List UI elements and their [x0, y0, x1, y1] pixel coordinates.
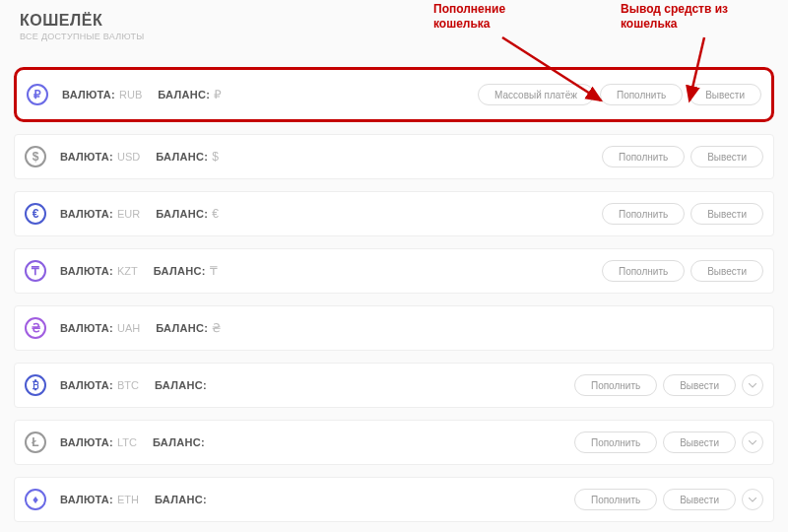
balance-label: БАЛАНС:	[155, 379, 207, 391]
withdraw-button[interactable]: Вывести	[663, 374, 736, 396]
balance-label: БАЛАНС:	[158, 89, 210, 100]
currency-icon: €	[25, 203, 46, 225]
page-subtitle: ВСЕ ДОСТУПНЫЕ ВАЛЮТЫ	[20, 32, 768, 41]
currency-label: ВАЛЮТА:	[60, 208, 113, 220]
currency-row-eur: €ВАЛЮТА:EURБАЛАНС:€ПополнитьВывести	[14, 191, 774, 236]
chevron-down-icon[interactable]	[742, 374, 763, 396]
deposit-button[interactable]: Пополнить	[574, 432, 657, 453]
balance-symbol: €	[212, 207, 219, 221]
deposit-button[interactable]: Пополнить	[602, 203, 685, 225]
currency-row-uah: ₴ВАЛЮТА:UAHБАЛАНС:₴	[14, 305, 774, 351]
currency-code: UAH	[117, 322, 140, 334]
balance-symbol: ₽	[214, 88, 222, 101]
currency-code: LTC	[117, 436, 137, 448]
chevron-down-icon[interactable]	[742, 432, 763, 453]
balance-symbol: ₸	[210, 264, 218, 278]
currency-code: USD	[117, 151, 140, 163]
currency-label: ВАЛЮТА:	[60, 494, 113, 505]
currency-icon: ₴	[25, 317, 46, 339]
withdraw-button[interactable]: Вывести	[663, 432, 736, 453]
currency-label: ВАЛЮТА:	[60, 322, 113, 334]
deposit-button[interactable]: Пополнить	[574, 489, 657, 510]
balance-label: БАЛАНС:	[153, 436, 205, 448]
balance-label: БАЛАНС:	[155, 494, 207, 505]
currency-code: KZT	[117, 265, 138, 277]
withdraw-button[interactable]: Вывести	[689, 84, 761, 105]
currency-row-usd: $ВАЛЮТА:USDБАЛАНС:$ПополнитьВывести	[14, 134, 774, 179]
currency-label: ВАЛЮТА:	[62, 89, 115, 100]
currency-label: ВАЛЮТА:	[60, 151, 113, 163]
withdraw-button[interactable]: Вывести	[663, 489, 736, 510]
currency-label: ВАЛЮТА:	[60, 265, 113, 277]
balance-label: БАЛАНС:	[156, 322, 208, 334]
currency-icon: Ł	[25, 432, 46, 453]
currency-code: EUR	[117, 208, 140, 220]
deposit-button[interactable]: Пополнить	[600, 84, 683, 105]
currency-list: ₽ВАЛЮТА:RUBБАЛАНС:₽Массовый платёжПополн…	[0, 49, 788, 522]
currency-row-kzt: ₸ВАЛЮТА:KZTБАЛАНС:₸ПополнитьВывести	[14, 248, 774, 294]
currency-row-eth: ♦ВАЛЮТА:ETHБАЛАНС:ПополнитьВывести	[14, 477, 774, 522]
currency-icon: ₿	[25, 374, 46, 396]
currency-row-btc: ₿ВАЛЮТА:BTCБАЛАНС:ПополнитьВывести	[14, 363, 774, 408]
chevron-down-icon[interactable]	[742, 489, 763, 510]
page-title: КОШЕЛЁК	[20, 12, 768, 30]
currency-code: ETH	[117, 494, 139, 505]
withdraw-button[interactable]: Вывести	[690, 203, 763, 225]
currency-icon: ♦	[25, 489, 46, 510]
currency-icon: $	[25, 146, 46, 167]
currency-row-ltc: ŁВАЛЮТА:LTCБАЛАНС:ПополнитьВывести	[14, 420, 774, 465]
balance-symbol: $	[212, 150, 219, 164]
currency-label: ВАЛЮТА:	[60, 379, 113, 391]
mass-payment-button[interactable]: Массовый платёж	[478, 84, 594, 105]
currency-row-rub: ₽ВАЛЮТА:RUBБАЛАНС:₽Массовый платёжПополн…	[14, 67, 774, 122]
currency-code: RUB	[119, 89, 142, 100]
page-header: КОШЕЛЁК ВСЕ ДОСТУПНЫЕ ВАЛЮТЫ	[0, 0, 788, 49]
deposit-button[interactable]: Пополнить	[602, 260, 685, 282]
balance-label: БАЛАНС:	[154, 265, 206, 277]
balance-label: БАЛАНС:	[156, 208, 208, 220]
deposit-button[interactable]: Пополнить	[602, 146, 685, 167]
withdraw-button[interactable]: Вывести	[690, 146, 763, 167]
currency-icon: ₽	[27, 84, 48, 105]
balance-symbol: ₴	[212, 321, 221, 335]
deposit-button[interactable]: Пополнить	[574, 374, 657, 396]
currency-icon: ₸	[25, 260, 46, 282]
withdraw-button[interactable]: Вывести	[690, 260, 763, 282]
balance-label: БАЛАНС:	[156, 151, 208, 163]
currency-code: BTC	[117, 379, 139, 391]
currency-label: ВАЛЮТА:	[60, 436, 113, 448]
